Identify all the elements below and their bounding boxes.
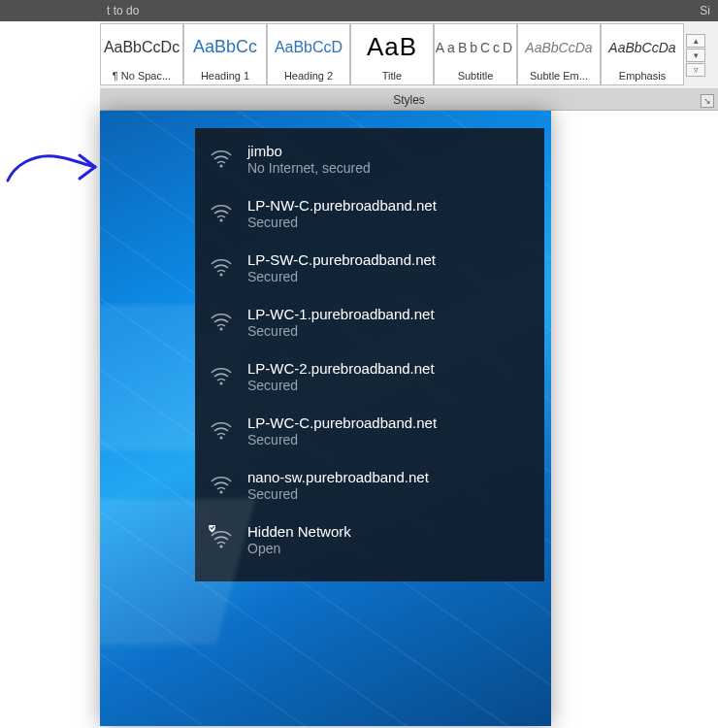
style-title[interactable]: AaB Title	[350, 23, 434, 85]
svg-point-1	[219, 218, 222, 221]
svg-point-7	[219, 545, 222, 547]
style-subtitle[interactable]: AaBbCcD Subtitle	[434, 23, 517, 85]
titlebar-text-right: Si	[700, 4, 710, 17]
wifi-network-name: LP-WC-C.purebroadband.net	[247, 414, 529, 431]
titlebar-text-left: t to do	[107, 4, 139, 17]
style-preview: AaBbCcDa	[525, 24, 592, 70]
style-preview: AaBbCc	[193, 24, 257, 70]
wifi-network-name: nano-sw.purebroadband.net	[247, 469, 529, 485]
window-titlebar: t to do Si	[0, 0, 718, 21]
wifi-network-name: Hidden Network	[247, 523, 529, 540]
wifi-network-item[interactable]: LP-NW-C.purebroadband.netSecured	[195, 187, 544, 242]
style-preview: AaBbCcD	[275, 24, 343, 70]
style-label: Emphasis	[619, 70, 666, 84]
document-area: jimboNo Internet, securedLP-NW-C.purebro…	[100, 111, 718, 726]
wifi-network-status: Secured	[247, 432, 529, 447]
wifi-network-item[interactable]: nano-sw.purebroadband.netSecured	[195, 459, 544, 513]
gallery-expand[interactable]: ▿	[686, 63, 705, 77]
wifi-network-item[interactable]: LP-SW-C.purebroadband.netSecured	[195, 242, 544, 296]
wifi-flyout-panel[interactable]: jimboNo Internet, securedLP-NW-C.purebro…	[195, 128, 544, 581]
style-heading-1[interactable]: AaBbCc Heading 1	[183, 23, 267, 85]
wifi-network-status: No Internet, secured	[247, 160, 529, 176]
svg-point-6	[219, 490, 222, 493]
gallery-row-down[interactable]: ▾	[686, 49, 705, 62]
style-no-spacing[interactable]: AaBbCcDc ¶ No Spac...	[100, 23, 183, 85]
svg-point-3	[219, 327, 222, 330]
hand-drawn-arrow-annotation	[4, 138, 101, 196]
wifi-network-status: Secured	[247, 378, 529, 393]
wifi-network-item[interactable]: LP-WC-2.purebroadband.netSecured	[195, 350, 544, 405]
style-label: ¶ No Spac...	[113, 70, 171, 84]
style-heading-2[interactable]: AaBbCcD Heading 2	[267, 23, 350, 85]
style-emphasis[interactable]: AaBbCcDa Emphasis	[601, 23, 684, 85]
ribbon-styles-group: AaBbCcDc ¶ No Spac... AaBbCc Heading 1 A…	[100, 21, 718, 89]
svg-point-4	[219, 381, 222, 384]
ribbon-group-label: Styles	[393, 93, 425, 107]
style-preview: AaB	[367, 24, 417, 70]
style-preview: AaBbCcDc	[104, 24, 180, 70]
svg-point-0	[219, 164, 222, 167]
style-label: Subtitle	[458, 70, 494, 84]
style-label: Title	[382, 70, 402, 84]
style-label: Subtle Em...	[530, 70, 588, 84]
style-preview: AaBbCcD	[436, 24, 515, 70]
wifi-network-name: LP-NW-C.purebroadband.net	[247, 197, 529, 214]
wifi-network-name: LP-SW-C.purebroadband.net	[247, 251, 529, 268]
wifi-network-status: Secured	[247, 269, 529, 284]
svg-point-2	[219, 273, 222, 276]
wifi-network-item[interactable]: LP-WC-1.purebroadband.netSecured	[195, 296, 544, 350]
gallery-row-up[interactable]: ▴	[686, 34, 705, 48]
page-margin-right	[551, 111, 718, 726]
wifi-network-status: Secured	[247, 323, 529, 339]
styles-dialog-launcher[interactable]: ↘	[701, 94, 714, 108]
style-subtle-emphasis[interactable]: AaBbCcDa Subtle Em...	[517, 23, 601, 85]
wifi-network-status: Secured	[247, 215, 529, 230]
wifi-network-name: LP-WC-1.purebroadband.net	[247, 306, 529, 322]
document-page[interactable]: jimboNo Internet, securedLP-NW-C.purebro…	[100, 111, 551, 726]
wifi-network-status: Open	[247, 541, 529, 556]
ribbon-group-label-bar: Styles ↘	[100, 89, 718, 111]
svg-point-5	[219, 436, 222, 439]
style-gallery-scroll: ▴ ▾ ▿	[686, 25, 705, 84]
wifi-network-status: Secured	[247, 486, 529, 502]
style-label: Heading 1	[201, 70, 249, 84]
wifi-network-item[interactable]: LP-WC-C.purebroadband.netSecured	[195, 405, 544, 459]
wifi-network-name: LP-WC-2.purebroadband.net	[247, 360, 529, 377]
style-preview: AaBbCcDa	[608, 24, 675, 70]
wifi-network-item[interactable]: jimboNo Internet, secured	[195, 133, 544, 187]
style-label: Heading 2	[284, 70, 333, 84]
wifi-network-item[interactable]: Hidden NetworkOpen	[195, 513, 544, 568]
wifi-network-name: jimbo	[247, 143, 529, 159]
